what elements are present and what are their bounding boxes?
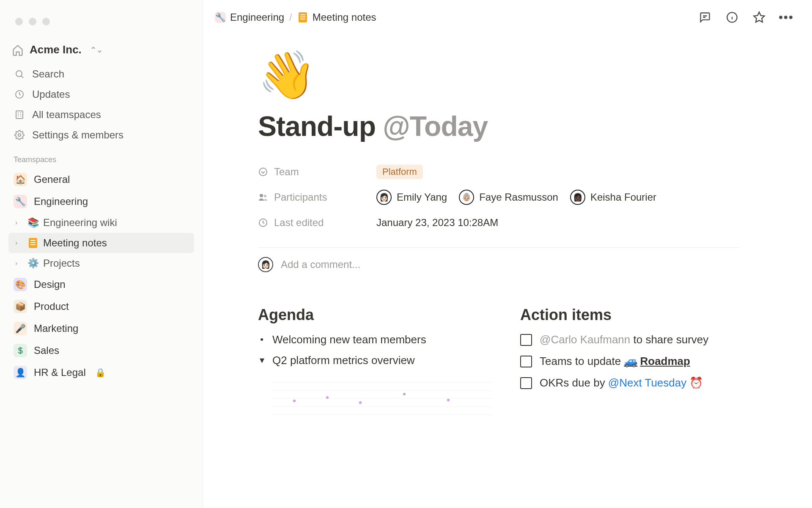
teamspace-product[interactable]: 📦Product — [8, 295, 194, 318]
participant-name: Emily Yang — [397, 191, 447, 203]
teamspace-marketing[interactable]: 🎤Marketing — [8, 318, 194, 340]
prop-last-edited[interactable]: Last edited January 23, 2023 10:28AM — [258, 210, 740, 235]
participant-name: Keisha Fourier — [590, 191, 656, 203]
bullet-icon: ▾ — [258, 354, 266, 367]
prop-team[interactable]: Team Platform — [258, 159, 740, 185]
page-icon: ⚙️ — [27, 258, 39, 269]
team-tag[interactable]: Platform — [376, 165, 423, 179]
svg-point-7 — [260, 194, 263, 197]
topbar-actions: ••• — [698, 10, 793, 25]
window-traffic-lights — [15, 18, 194, 25]
action-item[interactable]: OKRs due by @Next Tuesday — [520, 376, 765, 389]
note-icon — [29, 238, 37, 248]
people-icon — [258, 192, 268, 202]
comment-composer[interactable]: 👩🏻 Add a comment... — [258, 257, 812, 272]
action-item[interactable]: @Carlo Kaufmann to share survey — [520, 333, 765, 346]
workspace-switcher[interactable]: Acme Inc. ⌃⌄ — [8, 40, 194, 64]
chevron-right-icon[interactable]: › — [15, 219, 23, 226]
chevron-right-icon[interactable]: › — [15, 239, 23, 247]
teamspace-icon: 🎤 — [14, 322, 27, 335]
breadcrumb-separator: / — [289, 11, 292, 23]
sidebar-all-teamspaces[interactable]: All teamspaces — [8, 105, 194, 125]
teamspace-label: Sales — [34, 345, 59, 356]
breadcrumb-engineering[interactable]: 🔧 Engineering — [215, 11, 284, 23]
avatar: 👩🏿 — [570, 190, 585, 205]
info-button[interactable] — [725, 10, 739, 25]
gear-icon — [14, 129, 25, 141]
teamspace-label: Product — [34, 301, 69, 312]
checkbox[interactable] — [520, 377, 532, 389]
teamspace-label: Marketing — [34, 323, 78, 334]
page-link[interactable]: Roadmap — [624, 355, 690, 367]
date-mention[interactable]: @Next Tuesday — [608, 376, 703, 389]
page-meeting-notes[interactable]: ›Meeting notes — [8, 233, 194, 253]
close-window-icon[interactable] — [15, 18, 23, 25]
page-emoji[interactable]: 👋 — [258, 52, 812, 98]
prop-participants[interactable]: Participants 👩🏻Emily Yang👵🏼Faye Rasmusso… — [258, 185, 740, 210]
sidebar: Acme Inc. ⌃⌄ Search Updates All teamspac… — [0, 0, 203, 508]
page-title-mention: @Today — [383, 110, 488, 142]
user-mention[interactable]: @Carlo Kaufmann — [540, 333, 630, 346]
teamspace-sales[interactable]: $Sales — [8, 340, 194, 362]
minimize-window-icon[interactable] — [29, 18, 36, 25]
sidebar-search-label: Search — [32, 68, 64, 80]
svg-point-0 — [16, 71, 22, 77]
participant[interactable]: 👩🏿Keisha Fourier — [570, 190, 656, 205]
clock-icon — [14, 88, 25, 100]
teamspace-icon: 📦 — [14, 300, 27, 313]
page-engineering-wiki[interactable]: ›📚Engineering wiki — [8, 213, 194, 233]
chevron-right-icon[interactable]: › — [15, 260, 23, 267]
action-item[interactable]: Teams to update Roadmap — [520, 355, 765, 368]
prop-last-edited-value: January 23, 2023 10:28AM — [376, 217, 498, 229]
page-projects[interactable]: ›⚙️Projects — [8, 253, 194, 273]
breadcrumb-meeting-notes[interactable]: Meeting notes — [297, 11, 376, 23]
action-items-heading: Action items — [520, 306, 765, 324]
prop-team-label: Team — [274, 166, 299, 178]
favorite-button[interactable] — [752, 10, 766, 25]
breadcrumb-meeting-notes-label: Meeting notes — [313, 11, 376, 23]
page-properties: Team Platform Participants 👩🏻Emily Yang👵… — [258, 159, 740, 235]
svg-marker-5 — [754, 12, 765, 22]
action-items-column: Action items @Carlo Kaufmann to share su… — [520, 306, 765, 417]
agenda-text: Q2 platform metrics overview — [272, 354, 415, 367]
teamspace-label: HR & Legal — [34, 367, 86, 378]
agenda-item[interactable]: •Welcoming new team members — [258, 333, 503, 346]
participant[interactable]: 👩🏻Emily Yang — [376, 190, 447, 205]
teamspace-hr-legal[interactable]: 👤HR & Legal🔒 — [8, 362, 194, 384]
page-title[interactable]: Stand-up @Today — [258, 110, 812, 142]
avatar: 👩🏻 — [258, 257, 273, 272]
sidebar-all-teamspaces-label: All teamspaces — [32, 109, 101, 121]
page-label: Engineering wiki — [43, 217, 117, 229]
teamspace-icon: 🎨 — [14, 278, 27, 291]
wrench-icon: 🔧 — [215, 12, 226, 23]
participant[interactable]: 👵🏼Faye Rasmusson — [459, 190, 558, 205]
sidebar-settings-label: Settings & members — [32, 129, 123, 141]
teamspace-general[interactable]: 🏠General — [8, 168, 194, 190]
agenda-item[interactable]: ▾Q2 platform metrics overview — [258, 354, 503, 367]
main: 🔧 Engineering / Meeting notes — [203, 0, 812, 508]
metrics-chart-preview[interactable] — [272, 375, 492, 417]
teamspace-label: Engineering — [34, 196, 88, 207]
sidebar-settings[interactable]: Settings & members — [8, 125, 194, 145]
avatar: 👩🏻 — [376, 190, 392, 205]
sidebar-updates[interactable]: Updates — [8, 84, 194, 105]
checkbox[interactable] — [520, 334, 532, 346]
chevron-up-down-icon: ⌃⌄ — [90, 45, 103, 55]
workspace-name: Acme Inc. — [30, 43, 82, 56]
svg-point-8 — [264, 195, 266, 197]
checkbox[interactable] — [520, 356, 532, 367]
home-icon — [12, 44, 24, 56]
zoom-window-icon[interactable] — [42, 18, 50, 25]
page-icon: 📚 — [27, 217, 39, 228]
teamspace-engineering[interactable]: 🔧Engineering — [8, 190, 194, 213]
divider — [258, 247, 740, 248]
breadcrumbs: 🔧 Engineering / Meeting notes — [215, 11, 376, 23]
topbar: 🔧 Engineering / Meeting notes — [203, 0, 812, 35]
prop-last-edited-label: Last edited — [274, 217, 324, 229]
sidebar-search[interactable]: Search — [8, 64, 194, 84]
page-label: Meeting notes — [43, 237, 107, 249]
svg-point-6 — [259, 168, 267, 176]
more-button[interactable]: ••• — [779, 10, 793, 25]
teamspace-design[interactable]: 🎨Design — [8, 273, 194, 295]
comments-button[interactable] — [698, 10, 712, 25]
